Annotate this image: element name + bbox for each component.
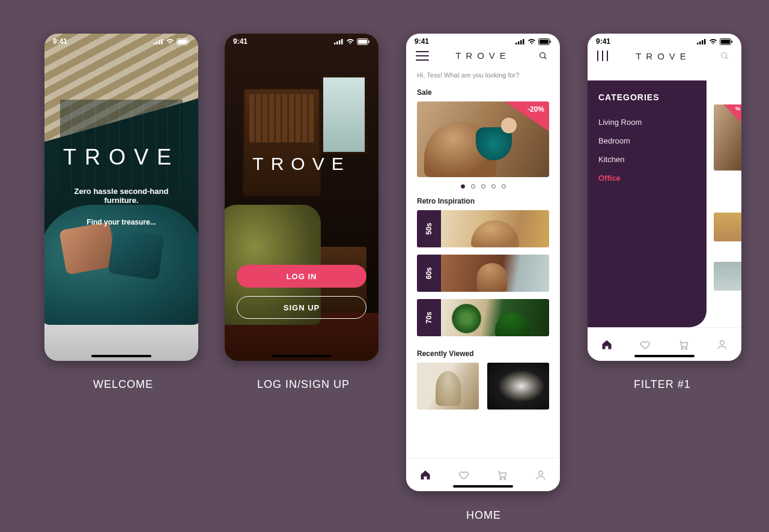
home-indicator[interactable]: [453, 485, 513, 488]
svg-rect-16: [520, 40, 522, 44]
carousel-dot[interactable]: [491, 184, 496, 189]
svg-rect-9: [339, 40, 341, 44]
search-icon[interactable]: [537, 51, 550, 61]
svg-rect-7: [334, 43, 336, 44]
status-time: 9:41: [596, 37, 610, 46]
svg-rect-10: [341, 39, 343, 44]
svg-rect-8: [336, 41, 338, 44]
recent-item[interactable]: [487, 363, 549, 410]
svg-rect-32: [732, 40, 733, 43]
battery-icon: [720, 38, 733, 45]
hamburger-menu-icon[interactable]: [416, 51, 429, 61]
carousel-dots: [406, 177, 560, 191]
screen-home: 9:41 TROVE Hi, Tess! What are you lookin…: [406, 34, 560, 491]
app-title: TROVE: [455, 50, 511, 61]
svg-point-23: [500, 478, 502, 480]
welcome-hero: TROVE Zero hassle second-hand furniture.…: [44, 34, 198, 361]
retro-card-60s[interactable]: 60s: [417, 255, 549, 292]
retro-card-70s[interactable]: 70s: [417, 299, 549, 336]
svg-rect-14: [515, 43, 517, 44]
sale-heading: Sale: [406, 82, 560, 101]
tab-home[interactable]: [588, 328, 626, 361]
status-bar: 9:41: [406, 34, 560, 47]
greeting-text: Hi, Tess! What are you looking for?: [406, 65, 560, 82]
battery-icon: [177, 38, 190, 45]
peek-badge: %: [735, 106, 740, 112]
status-bar: 9:41: [225, 34, 378, 47]
svg-rect-13: [369, 40, 370, 43]
svg-rect-3: [161, 39, 163, 44]
categories-drawer: CATEGORIES Living Room Bedroom Kitchen O…: [588, 80, 707, 327]
category-item[interactable]: Living Room: [598, 113, 696, 131]
carousel-dot[interactable]: [461, 184, 465, 189]
svg-rect-31: [721, 40, 730, 44]
carousel-dot[interactable]: [471, 184, 475, 189]
home-indicator[interactable]: [272, 355, 332, 357]
caption-filter: FILTER #1: [634, 378, 691, 391]
retro-label: 50s: [425, 223, 433, 235]
status-time: 9:41: [233, 37, 248, 46]
svg-point-36: [685, 348, 687, 349]
top-bar: TROVE: [406, 47, 560, 65]
peek-sale[interactable]: %: [714, 104, 741, 171]
brand-logo: TROVE: [63, 145, 180, 170]
heart-icon: [639, 339, 651, 351]
status-indicators: [334, 38, 370, 45]
retro-heading: Retro Inspiration: [406, 191, 560, 210]
status-time: 9:41: [415, 37, 429, 46]
search-icon[interactable]: [719, 51, 732, 61]
user-icon: [716, 339, 728, 351]
tab-profile[interactable]: [703, 328, 741, 361]
status-time: 9:41: [53, 37, 67, 46]
category-item[interactable]: Kitchen: [598, 150, 696, 169]
svg-point-25: [539, 471, 543, 475]
caption-welcome: WELCOME: [93, 378, 153, 391]
wifi-icon: [527, 38, 536, 44]
signal-icon: [334, 38, 344, 44]
heart-icon: [458, 469, 470, 481]
signal-icon: [697, 38, 707, 44]
recent-heading: Recently Viewed: [406, 343, 560, 363]
sale-hero-card[interactable]: -20%: [417, 101, 549, 177]
category-item[interactable]: Bedroom: [598, 131, 696, 150]
svg-point-37: [720, 340, 725, 345]
svg-line-22: [544, 57, 546, 59]
peek-card[interactable]: [714, 262, 741, 291]
svg-line-34: [726, 57, 728, 59]
carousel-dot[interactable]: [481, 184, 485, 189]
svg-rect-6: [189, 40, 190, 43]
retro-card-50s[interactable]: 50s: [417, 210, 549, 247]
screen-filter: 9:41 TROVE % CATEGORIES Living Room Bedr…: [588, 34, 741, 361]
menu-close-icon[interactable]: [597, 50, 608, 61]
svg-point-24: [504, 478, 506, 480]
cart-icon: [496, 469, 508, 481]
welcome-tagline-1: Zero hassle second-hand furniture.: [56, 187, 186, 205]
tab-home[interactable]: [406, 458, 445, 491]
svg-point-35: [681, 348, 683, 349]
welcome-tagline-2: Find your treasure...: [87, 218, 156, 226]
recent-row: [406, 363, 560, 410]
svg-rect-29: [704, 39, 706, 44]
svg-point-21: [540, 52, 546, 58]
login-button[interactable]: LOG IN: [237, 265, 366, 288]
caption-auth: LOG IN/SIGN UP: [257, 378, 350, 391]
signup-button[interactable]: SIGN UP: [237, 296, 366, 319]
peek-card[interactable]: [714, 213, 741, 241]
signal-icon: [515, 38, 525, 44]
carousel-dot[interactable]: [502, 184, 506, 189]
home-indicator[interactable]: [634, 355, 695, 357]
category-item-active[interactable]: Office: [598, 169, 696, 187]
top-bar: TROVE: [588, 47, 741, 66]
cart-icon: [678, 339, 690, 351]
svg-rect-1: [156, 41, 158, 44]
recent-item[interactable]: [417, 363, 479, 410]
svg-rect-19: [540, 40, 549, 44]
signal-icon: [154, 38, 163, 44]
svg-rect-12: [358, 40, 367, 44]
categories-heading: CATEGORIES: [598, 92, 696, 102]
status-indicators: [697, 38, 733, 45]
tab-profile[interactable]: [521, 458, 560, 491]
svg-rect-0: [154, 43, 156, 44]
brand-logo: TROVE: [225, 154, 378, 174]
auth-button-stack: LOG IN SIGN UP: [237, 265, 366, 319]
